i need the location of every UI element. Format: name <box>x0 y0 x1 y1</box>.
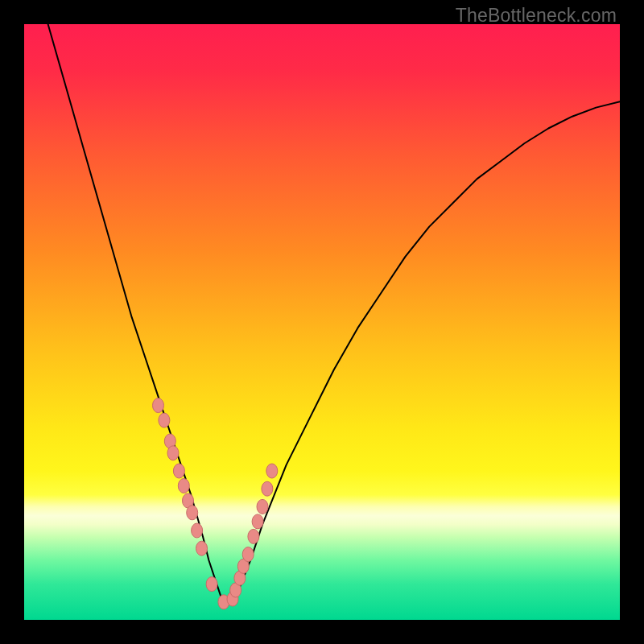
data-point <box>159 413 170 427</box>
data-point <box>266 464 278 478</box>
data-point <box>153 398 164 413</box>
data-point <box>187 506 198 520</box>
data-point <box>248 529 259 543</box>
curve-path <box>48 24 620 602</box>
data-point <box>167 446 179 460</box>
bottleneck-curve <box>24 24 620 620</box>
data-point <box>252 514 263 529</box>
data-point <box>173 464 184 478</box>
data-point <box>192 523 203 538</box>
data-point <box>262 481 273 496</box>
data-point <box>242 547 254 562</box>
plot-area <box>24 24 620 620</box>
watermark-text: TheBottleneck.com <box>456 5 617 27</box>
data-point <box>196 541 208 555</box>
data-point <box>257 499 268 514</box>
chart-frame: TheBottleneck.com <box>0 0 644 644</box>
data-point <box>178 479 189 493</box>
data-point <box>206 577 217 592</box>
